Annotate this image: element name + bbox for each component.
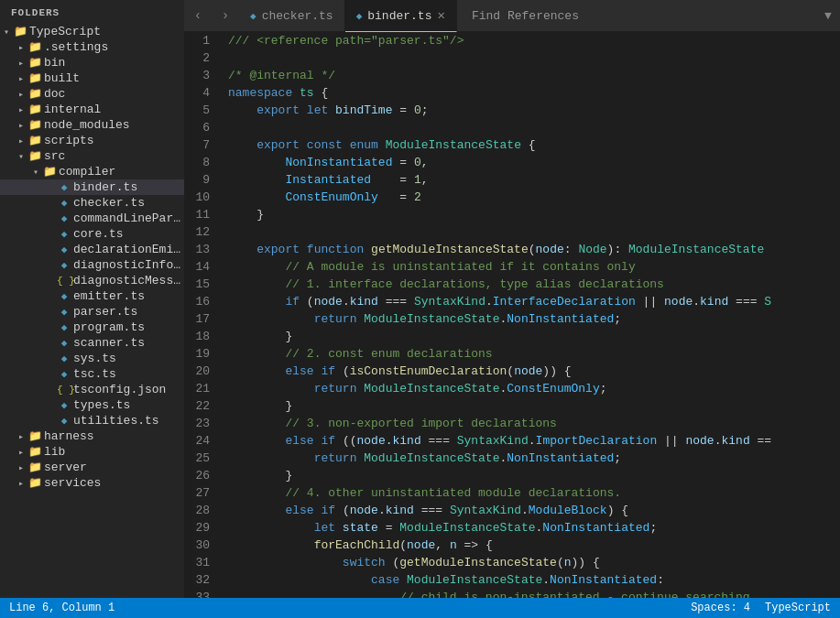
line-number-12: 12 [191,223,210,241]
line-number-30: 30 [191,537,210,554]
sidebar-item-compiler[interactable]: ▾📁compiler [0,164,184,179]
file-ts-icon: ◆ [57,181,71,194]
sidebar-item-settings[interactable]: ▸📁.settings [0,39,184,55]
sidebar-item-server[interactable]: ▸📁server [0,460,184,475]
line-number-1: 1 [191,32,210,49]
sidebar-item-program.ts[interactable]: ◆program.ts [0,320,184,335]
sidebar-item-utilities.ts[interactable]: ◆utilities.ts [0,413,184,428]
tab-find-references[interactable]: Find References [457,0,594,31]
sidebar-item-services[interactable]: ▸📁services [0,475,184,491]
sidebar-item-label: internal [42,103,184,116]
main-layout: Folders ▾📁TypeScript▸📁.settings▸📁bin▸📁bu… [0,0,840,598]
sidebar-item-commandLinePar[interactable]: ◆commandLinePar... [0,211,184,226]
tab-binder-label: binder.ts [367,9,431,23]
folder-icon: 📁 [13,25,27,38]
sidebar-item-label: harness [42,429,184,443]
sidebar-item-types.ts[interactable]: ◆types.ts [0,397,184,413]
sidebar-item-label: diagnosticInforma... [71,258,184,272]
folder-icon: 📁 [27,149,42,163]
code-line-17: return ModuleInstanceState.NonInstantiat… [228,310,833,328]
code-line-31: switch (getModuleInstanceState(n)) { [228,554,833,571]
code-line-2 [228,49,833,67]
code-line-19: // 2. const enum declarations [228,345,833,363]
sidebar-item-tsc.ts[interactable]: ◆tsc.ts [0,366,184,382]
sidebar-item-harness[interactable]: ▸📁harness [0,428,184,444]
file-ts-icon: ◆ [57,352,71,365]
sidebar-item-label: TypeScript [27,25,184,38]
status-position: Line 6, Column 1 [9,602,115,614]
tab-find-references-label: Find References [472,9,579,23]
folder-icon: 📁 [27,71,42,85]
line-number-19: 19 [191,345,210,363]
sidebar-item-label: program.ts [71,320,184,334]
sidebar-item-scripts[interactable]: ▸📁scripts [0,133,184,148]
sidebar-item-label: bin [42,56,184,70]
folder-icon: 📁 [42,165,57,179]
sidebar-item-label: node_modules [42,118,184,132]
sidebar-item-checker.ts[interactable]: ◆checker.ts [0,195,184,211]
line-number-6: 6 [191,119,210,136]
status-right: Spaces: 4 TypeScript [691,602,831,614]
chevron-icon: ▸ [15,478,27,489]
sidebar-header: Folders [0,0,184,24]
tab-overflow-button[interactable]: ▼ [816,0,840,31]
file-ts-icon: ◆ [57,212,71,225]
sidebar-item-label: services [42,476,184,490]
file-ts-icon: ◆ [57,368,71,381]
chevron-icon: ▸ [15,462,27,473]
sidebar-item-tsconfig.json[interactable]: { }tsconfig.json [0,382,184,397]
chevron-icon: ▸ [15,447,27,458]
sidebar-item-typescript[interactable]: ▾📁TypeScript [0,24,184,39]
code-line-11: } [228,206,833,223]
sidebar-item-doc[interactable]: ▸📁doc [0,86,184,102]
line-number-23: 23 [191,415,210,432]
file-ts-icon: ◆ [57,306,71,319]
tab-binder-icon: ◆ [356,10,363,22]
line-number-29: 29 [191,519,210,537]
sidebar-item-label: compiler [57,165,184,179]
code-content[interactable]: /// <reference path="parser.ts"/> /* @in… [221,32,840,598]
sidebar-item-label: lib [42,445,184,459]
folder-icon: 📁 [27,40,42,54]
sidebar-item-built[interactable]: ▸📁built [0,70,184,86]
line-number-17: 17 [191,310,210,328]
tab-nav-prev[interactable]: ‹ [184,0,212,31]
sidebar-item-bin[interactable]: ▸📁bin [0,55,184,70]
line-number-2: 2 [191,49,210,67]
line-number-21: 21 [191,380,210,397]
sidebar-item-label: diagnosticMessag... [71,274,184,287]
tab-nav-next[interactable]: › [212,0,239,31]
sidebar-item-label: sys.ts [71,352,184,365]
sidebar-item-label: src [42,149,184,163]
editor-area: ‹ › ◆ checker.ts ◆ binder.ts ✕ Find Refe… [184,0,840,598]
sidebar-item-diagnosticMessag[interactable]: { }diagnosticMessag... [0,273,184,288]
line-number-28: 28 [191,502,210,519]
chevron-icon: ▸ [15,42,27,53]
sidebar-item-node_modules[interactable]: ▸📁node_modules [0,117,184,133]
sidebar-item-label: commandLinePar... [71,211,184,225]
file-ts-icon: ◆ [57,321,71,334]
sidebar-item-parser.ts[interactable]: ◆parser.ts [0,304,184,320]
sidebar-item-sys.ts[interactable]: ◆sys.ts [0,351,184,366]
sidebar-item-scanner.ts[interactable]: ◆scanner.ts [0,335,184,351]
sidebar-item-core.ts[interactable]: ◆core.ts [0,226,184,242]
folder-icon: 📁 [27,118,42,132]
code-line-32: case ModuleInstanceState.NonInstantiated… [228,571,833,589]
file-tree: ▾📁TypeScript▸📁.settings▸📁bin▸📁built▸📁doc… [0,24,184,598]
sidebar-item-lib[interactable]: ▸📁lib [0,444,184,460]
folder-icon: 📁 [27,445,42,459]
tab-binder-close[interactable]: ✕ [437,9,444,22]
sidebar-item-declarationEmitte[interactable]: ◆declarationEmitte... [0,242,184,257]
line-number-32: 32 [191,571,210,589]
sidebar-item-src[interactable]: ▾📁src [0,148,184,164]
line-number-4: 4 [191,84,210,102]
tab-checker[interactable]: ◆ checker.ts [239,0,345,32]
sidebar-item-diagnosticInforma[interactable]: ◆diagnosticInforma... [0,257,184,273]
sidebar-item-internal[interactable]: ▸📁internal [0,102,184,117]
line-number-24: 24 [191,432,210,450]
sidebar-item-binder.ts[interactable]: ◆binder.ts [0,179,184,195]
line-number-7: 7 [191,136,210,154]
tab-binder[interactable]: ◆ binder.ts ✕ [345,0,457,32]
sidebar-item-emitter.ts[interactable]: ◆emitter.ts [0,288,184,304]
sidebar-item-label: utilities.ts [71,414,184,428]
